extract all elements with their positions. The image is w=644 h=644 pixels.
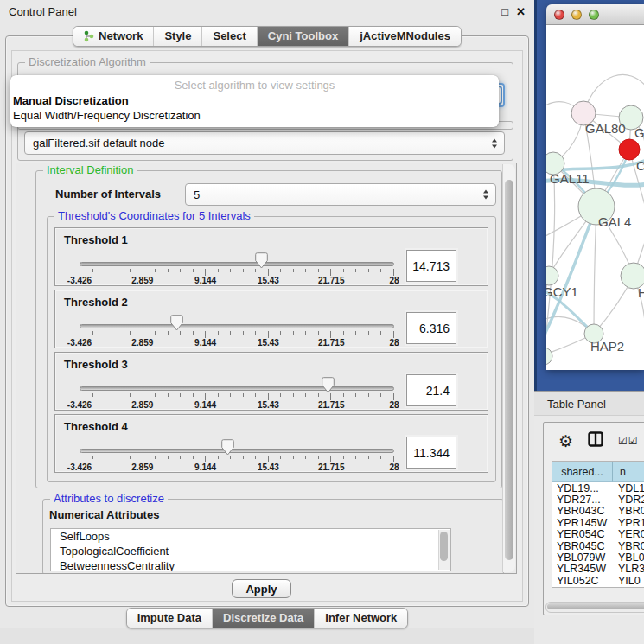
dropdown-option-equal-width-frequency-discretization[interactable]: Equal Width/Frequency Discretization [10, 108, 499, 123]
tab-label: Impute Data [137, 611, 201, 624]
scale-label: -3.426 [67, 400, 92, 410]
table-row[interactable]: YDL19...YDL1 [552, 482, 644, 494]
table-data-combobox[interactable]: galFiltered.sif default node [24, 131, 505, 155]
tab-impute-data[interactable]: Impute Data [127, 609, 212, 628]
table-row[interactable]: YDR27...YDR2 [552, 494, 644, 505]
traffic-light-yellow-icon[interactable] [571, 10, 582, 20]
algorithm-dropdown-popup: Select algorithm to view settings Manual… [10, 75, 499, 127]
network-view-window[interactable]: GAL80GACGAL11GAL4GCY1HAHAP2 [546, 4, 644, 370]
table-row[interactable]: YBR045CYBR0 [552, 540, 644, 552]
cell-name: YPR1 [613, 517, 644, 528]
network-node[interactable] [546, 348, 552, 365]
network-node[interactable] [619, 139, 640, 160]
threshold-slider-track[interactable] [80, 386, 394, 391]
traffic-light-red-icon[interactable] [554, 10, 564, 20]
chevron-updown-icon [483, 190, 488, 200]
node-label: GA [634, 125, 644, 140]
traffic-light-green-icon[interactable] [589, 10, 599, 20]
table-row[interactable]: YIL052CYIL0 [552, 575, 644, 586]
scale-label: 9.144 [194, 338, 216, 348]
scrollbar-thumb[interactable] [440, 532, 448, 561]
threshold-value-field[interactable]: 6.316 [406, 312, 456, 344]
network-edge [594, 207, 596, 334]
threshold-slider-track[interactable] [80, 324, 394, 328]
tab-label: Infer Network [325, 611, 397, 624]
dropdown-placeholder: Select algorithm to view settings [10, 78, 499, 93]
numerical-attributes-label: Numerical Attributes [49, 508, 159, 521]
list-item[interactable]: BetweennessCentrality [51, 558, 450, 571]
table-horizontal-scrollbar[interactable] [545, 602, 644, 613]
tab-select[interactable]: Select [201, 27, 256, 46]
attributes-list-scrollbar[interactable] [438, 530, 450, 570]
apply-button[interactable]: Apply [232, 579, 291, 598]
tab-style[interactable]: Style [153, 27, 201, 46]
slider-thumb-icon[interactable] [255, 252, 268, 269]
discretization-algorithm-legend: Discretization Algorithm [25, 55, 150, 68]
numerical-attributes-list[interactable]: SelfLoopsTopologicalCoefficientBetweenne… [50, 528, 451, 571]
column-header-shared-name[interactable]: shared... [552, 462, 613, 482]
panel-title: Control Panel [9, 5, 77, 18]
tab-discretize-data[interactable]: Discretize Data [212, 609, 314, 628]
dropdown-option-manual-discretization[interactable]: Manual Discretization [10, 93, 499, 108]
cell-shared-name: YBR043C [552, 506, 613, 517]
tab-cyni-toolbox[interactable]: Cyni Toolbox [257, 27, 348, 46]
cell-name: YER0 [613, 529, 644, 540]
slider-thumb-icon[interactable] [322, 377, 335, 393]
node-label: GAL4 [598, 214, 631, 229]
table-panel-box: ⚙ ☑☑ shared... n YDL19...YDL1YDR27...YDR… [543, 422, 644, 615]
threshold-value-field[interactable]: 14.713 [406, 250, 456, 282]
slider-thumb-icon[interactable] [170, 315, 183, 331]
num-intervals-combobox[interactable]: 5 [185, 183, 496, 206]
bottom-tab-bar: Impute DataDiscretize DataInfer Network [0, 608, 534, 628]
columns-icon[interactable] [588, 431, 603, 450]
threshold-value-field[interactable]: 11.344 [406, 437, 456, 469]
scale-label: 9.144 [194, 400, 216, 410]
cell-shared-name: YDR27... [552, 494, 613, 505]
network-node[interactable] [546, 266, 558, 285]
tab-label: Discretize Data [223, 611, 303, 624]
table-row[interactable]: YLR345WYLR3 [552, 564, 644, 575]
network-window-titlebar[interactable] [546, 4, 644, 25]
table-row[interactable]: YER054CYER0 [552, 529, 644, 540]
threshold-slider-track[interactable] [80, 449, 394, 453]
cell-shared-name: YBL079W [552, 552, 613, 563]
table-row[interactable]: YBL079WYBL0 [552, 552, 644, 563]
node-label: HAP2 [590, 339, 624, 354]
chevron-updown-icon [492, 138, 497, 148]
table-row[interactable]: YBR043CYBR0 [552, 506, 644, 517]
checkboxes-icon[interactable]: ☑☑ [618, 435, 639, 447]
threshold-slider-track[interactable] [80, 262, 394, 266]
tab-infer-network[interactable]: Infer Network [314, 609, 407, 628]
scale-label: 21.715 [318, 462, 345, 472]
slider-scale-labels: -3.4262.8599.14415.4321.71528 [80, 276, 394, 285]
tab-jactivemnodules[interactable]: jActiveMNodules [348, 27, 461, 46]
threshold-panel: Threshold 3 -3.4262.8599.14415.4321.7152… [54, 352, 488, 411]
float-icon[interactable]: □ [501, 6, 508, 17]
scrollbar-thumb[interactable] [547, 603, 644, 609]
list-item[interactable]: SelfLoops [51, 529, 450, 544]
scale-label: 21.715 [318, 338, 345, 348]
tab-label: Select [213, 29, 245, 42]
node-label: C [636, 158, 644, 173]
table-panel-title: Table Panel [534, 391, 644, 416]
scale-label: 21.715 [318, 276, 345, 285]
scale-label: 28 [389, 338, 399, 348]
cell-name: YBR0 [613, 506, 644, 517]
scale-label: 15.43 [258, 338, 279, 348]
column-header-name[interactable]: n [613, 462, 644, 482]
table-rows: YDL19...YDL1YDR27...YDR2YBR043CYBR0YPR14… [552, 482, 644, 587]
threshold-value-field[interactable]: 21.4 [406, 374, 456, 406]
slider-thumb-icon[interactable] [221, 439, 234, 456]
close-icon[interactable]: ✕ [516, 6, 526, 17]
scale-label: 2.859 [131, 276, 153, 285]
tab-label: Cyni Toolbox [268, 29, 338, 42]
network-canvas[interactable]: GAL80GACGAL11GAL4GCY1HAHAP2 [546, 25, 644, 370]
scrollbar-thumb[interactable] [505, 180, 513, 560]
gear-icon[interactable]: ⚙ [558, 433, 573, 450]
settings-vertical-scrollbar[interactable] [502, 164, 515, 572]
table-row[interactable]: YPR145WYPR1 [552, 517, 644, 528]
list-item[interactable]: TopologicalCoefficient [51, 544, 450, 558]
bottom-strip [0, 628, 534, 644]
tab-network[interactable]: Network [73, 27, 153, 46]
table-data-value: galFiltered.sif default node [33, 137, 164, 150]
